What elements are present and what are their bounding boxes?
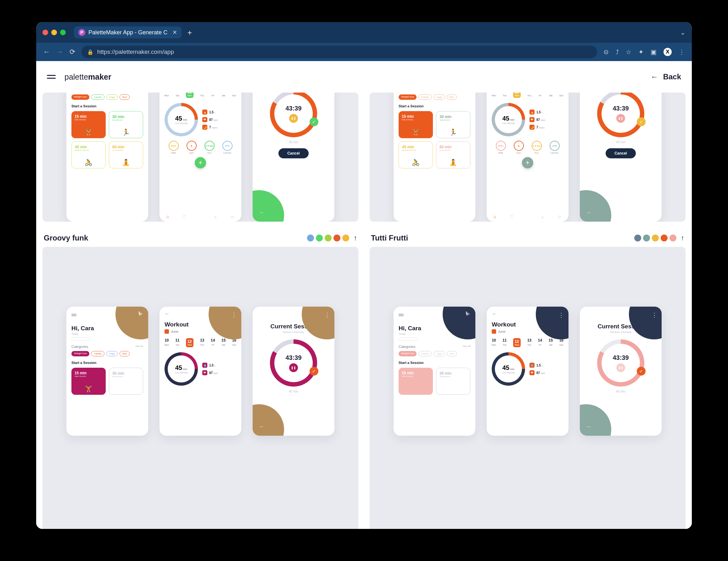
phone-home: CategoriesWeight lossCardioYogaRunStart … [66, 93, 148, 221]
swatch[interactable] [342, 234, 349, 241]
tabs-overflow-icon[interactable]: ⌄ [680, 29, 686, 36]
palette-panel: Tutti Frutti ↑ ⛷Hi, CaraTodayCategoriesS… [370, 230, 686, 529]
session-card[interactable]: 30 minAppointment [109, 368, 143, 395]
day-cell[interactable]: 10Mon [492, 93, 496, 98]
category-chip[interactable]: Cardio [418, 94, 432, 100]
session-card[interactable]: 15 minHigh Intensity🏋 [399, 111, 433, 138]
category-chip[interactable]: Weight loss [399, 94, 417, 100]
upvote-icon[interactable]: ↑ [681, 234, 684, 242]
add-fab[interactable]: + [195, 157, 206, 168]
day-cell[interactable]: 12Wed [186, 93, 193, 98]
category-chip[interactable]: Yoga [106, 94, 118, 100]
category-chip[interactable]: Cardio [91, 351, 104, 356]
day-cell[interactable]: 12Wed [513, 93, 521, 98]
swatch[interactable] [333, 234, 340, 241]
day-cell[interactable]: 13Thu [527, 338, 531, 347]
category-chip[interactable]: Yoga [106, 351, 118, 356]
cancel-button[interactable]: Cancel [278, 148, 308, 158]
day-cell[interactable]: 16Sun [232, 338, 236, 347]
day-cell[interactable]: 11Tue [175, 93, 179, 98]
swatch[interactable] [634, 234, 641, 241]
menu-icon[interactable] [47, 75, 56, 79]
profile-avatar-icon[interactable]: X [664, 48, 672, 56]
back-button[interactable]: ← Back [651, 72, 681, 81]
day-cell[interactable]: 10Mon [165, 338, 169, 347]
category-chip[interactable]: Yoga [434, 351, 445, 356]
bookmark-icon[interactable]: ☆ [626, 48, 631, 56]
category-chip[interactable]: Run [447, 351, 457, 356]
swatch[interactable] [325, 234, 332, 241]
maximize-window-icon[interactable] [60, 30, 66, 35]
day-cell[interactable]: 15Sat [221, 93, 226, 98]
sidepanel-icon[interactable]: ▣ [651, 48, 657, 56]
day-cell[interactable]: 14Fri [211, 93, 215, 98]
day-cell[interactable]: 13Thu [200, 338, 204, 347]
day-cell[interactable]: 11Tue [502, 338, 507, 347]
swatch[interactable] [307, 234, 314, 241]
upvote-icon[interactable]: ↑ [354, 234, 357, 242]
zoom-icon[interactable]: ⊝ [603, 48, 609, 56]
category-chip[interactable]: Weight loss [71, 94, 89, 100]
preview-canvas[interactable]: ⛷Hi, CaraTodayCategoriesSee allWeight lo… [370, 247, 686, 529]
day-cell[interactable]: 15Sat [549, 93, 553, 98]
browser-menu-icon[interactable]: ⋮ [679, 48, 685, 56]
day-cell[interactable]: 11Tue [175, 338, 179, 347]
day-cell[interactable]: 13Thu [200, 93, 204, 98]
pause-button[interactable]: ❚❚ [616, 363, 625, 372]
pause-button[interactable]: ❚❚ [289, 363, 298, 372]
preview-canvas[interactable]: ⛷Hi, CaraTodayCategoriesSee allWeight lo… [42, 247, 358, 529]
day-cell[interactable]: 10Mon [492, 338, 496, 347]
day-cell[interactable]: 13Thu [527, 93, 531, 98]
day-cell[interactable]: 12Wed [186, 338, 193, 347]
close-window-icon[interactable] [42, 30, 48, 35]
day-cell[interactable]: 15Sat [549, 338, 553, 347]
pause-button[interactable]: ❚❚ [289, 114, 298, 123]
category-chip[interactable]: Yoga [434, 94, 445, 100]
nav-reload-icon[interactable]: ⟳ [70, 48, 75, 56]
session-card[interactable]: 45 minMedium Intensity🚴 [399, 141, 433, 168]
minimize-window-icon[interactable] [51, 30, 57, 35]
share-icon[interactable]: ⤴ [616, 48, 619, 56]
swatch[interactable] [316, 234, 323, 241]
category-chip[interactable]: Cardio [91, 94, 104, 100]
browser-tab[interactable]: P PaletteMaker App - Generate C ✕ [74, 26, 182, 38]
day-cell[interactable]: 10Mon [165, 93, 169, 98]
category-chip[interactable]: Run [120, 351, 130, 356]
nav-back-icon[interactable]: ← [43, 48, 50, 56]
session-card[interactable]: 45 minMedium Intensity🚴 [71, 141, 106, 168]
swatch[interactable] [661, 234, 668, 241]
day-cell[interactable]: 14Fri [211, 338, 215, 347]
day-cell[interactable]: 14Fri [538, 93, 542, 98]
add-fab[interactable]: + [522, 157, 533, 168]
category-chip[interactable]: Weight loss [399, 351, 417, 356]
session-card[interactable]: 60 minLow Intensity🧘 [436, 141, 470, 168]
swatch[interactable] [652, 234, 659, 241]
day-cell[interactable]: 11Tue [502, 93, 507, 98]
session-card[interactable]: 15 minHigh Intensity🏋 [71, 368, 106, 395]
session-card[interactable]: 30 minAppointment🏃 [109, 111, 143, 138]
logo[interactable]: palettemaker [64, 72, 111, 81]
category-chip[interactable]: Cardio [418, 351, 432, 356]
session-card[interactable]: 15 minHigh Intensity🏋 [71, 111, 106, 138]
session-card[interactable]: 30 minAppointment [436, 368, 470, 395]
session-card[interactable]: 30 minAppointment🏃 [436, 111, 470, 138]
session-card[interactable]: 60 minLow Intensity🧘 [109, 141, 143, 168]
new-tab-button[interactable]: ＋ [185, 28, 194, 37]
pause-button[interactable]: ❚❚ [616, 114, 625, 123]
url-field[interactable]: 🔒 https://palettemaker.com/app [81, 46, 597, 58]
tab-close-icon[interactable]: ✕ [172, 29, 177, 36]
cancel-button[interactable]: Cancel [606, 148, 636, 158]
extensions-icon[interactable]: ✦ [638, 48, 644, 56]
palette-header: Groovy funk ↑ [42, 230, 358, 247]
swatch[interactable] [643, 234, 650, 241]
swatch[interactable] [669, 234, 676, 241]
day-cell[interactable]: 16Sun [559, 93, 563, 98]
session-card[interactable]: 15 minHigh Intensity [399, 368, 433, 395]
day-cell[interactable]: 16Sun [559, 338, 563, 347]
day-cell[interactable]: 14Fri [538, 338, 542, 347]
day-cell[interactable]: 15Sat [221, 338, 226, 347]
category-chip[interactable]: Weight loss [71, 351, 89, 356]
nav-forward-icon[interactable]: → [56, 48, 63, 56]
day-cell[interactable]: 16Sun [232, 93, 236, 98]
day-cell[interactable]: 12Wed [513, 338, 521, 347]
